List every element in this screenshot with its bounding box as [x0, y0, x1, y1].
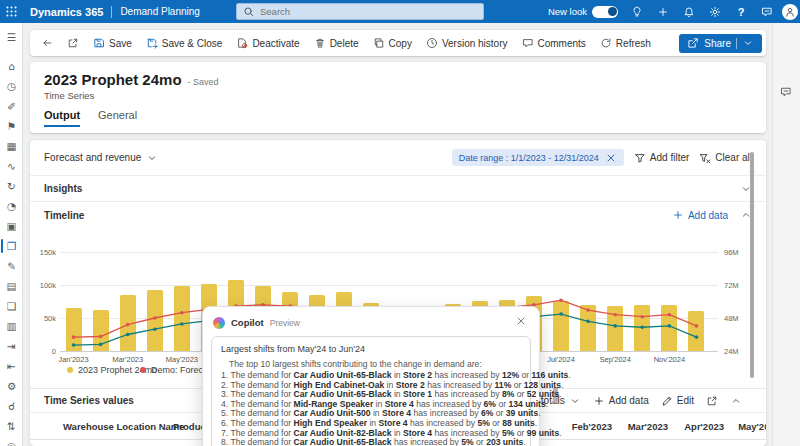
tab-output[interactable]: Output: [44, 109, 80, 127]
delete-icon: [314, 37, 326, 49]
sidebar-item-settings[interactable]: ⚙: [0, 377, 23, 395]
new-look-toggle[interactable]: [592, 6, 618, 18]
bell-icon[interactable]: [678, 0, 700, 23]
sidebar-item-pin-left[interactable]: ⇤: [0, 357, 23, 375]
sidebar-item-tables[interactable]: ▥: [0, 317, 23, 335]
share-button[interactable]: Share: [679, 34, 762, 53]
save-button[interactable]: Save: [86, 33, 139, 53]
tab-strip: OutputGeneral: [44, 109, 752, 127]
back-button[interactable]: [34, 33, 60, 53]
insights-section-header[interactable]: Insights: [30, 176, 766, 202]
sidebar-item-flags[interactable]: ⚑: [0, 117, 23, 135]
edit-button[interactable]: Edit: [661, 395, 694, 407]
comments-button[interactable]: Comments: [515, 33, 593, 53]
popout-button[interactable]: [60, 33, 86, 53]
top-app-bar: Dynamics 365 Demand Planning New look ?: [0, 0, 800, 23]
sidebar-item-demand-plans[interactable]: ❐: [0, 237, 23, 255]
sidebar-item-automations[interactable]: ↻: [0, 177, 23, 195]
x-axis-label: Nov'2024: [643, 355, 695, 364]
table-section-title: Time Series values: [44, 395, 134, 406]
copilot-intro: The top 10 largest shifts contributing t…: [221, 359, 521, 369]
refresh-button[interactable]: Refresh: [593, 33, 658, 53]
plus-icon: [672, 209, 684, 221]
sidebar-item-pin-right[interactable]: ⇥: [0, 337, 23, 355]
settings-icon[interactable]: [704, 0, 726, 23]
month-column-header[interactable]: Mar'2023: [616, 421, 668, 432]
entity-type: Time Series: [44, 90, 752, 101]
left-navigation: ☰⌂◷✐⚑▦∿↻◔▣❐✎▤❏▥⇥⇤⚙☌⇅◎: [0, 23, 23, 446]
column-header[interactable]: Warehouse Location Name: [63, 421, 185, 432]
save-close-icon: [146, 37, 158, 49]
table-add-data-button[interactable]: Add data: [593, 395, 649, 407]
add-filter-button[interactable]: Add filter: [634, 152, 689, 164]
sidebar-item-forms[interactable]: ▦: [0, 137, 23, 155]
sidebar-item-search-records[interactable]: ◎: [0, 437, 23, 446]
sidebar-item-copies[interactable]: ❏: [0, 297, 23, 315]
sidebar-item-activity[interactable]: ∿: [0, 157, 23, 175]
copilot-response-card: Largest shifts from May'24 to Jun'24 The…: [211, 336, 531, 446]
comments-icon: [522, 37, 534, 49]
copy-button[interactable]: Copy: [366, 33, 419, 53]
filter-bar: Forecast and revenue Date range : 1/1/20…: [30, 140, 766, 176]
x-axis-label: May'2023: [156, 355, 208, 364]
copilot-prompt: Largest shifts from May'24 to Jun'24: [221, 344, 521, 354]
clear-all-button[interactable]: Clear all: [699, 152, 752, 164]
account-icon[interactable]: [782, 4, 798, 20]
copilot-list-item: 8. The demand for Car Audio Unit-65-Blac…: [221, 438, 521, 446]
month-column-header[interactable]: May'2023: [728, 421, 766, 432]
filter-clear-icon: [699, 152, 711, 164]
copilot-close-button[interactable]: [513, 313, 529, 332]
timeline-add-data-button[interactable]: Add data: [672, 209, 728, 221]
timeline-section-header[interactable]: Timeline Add data: [30, 202, 766, 228]
waffle-icon[interactable]: [0, 0, 23, 23]
sidebar-item-worksheets[interactable]: ✎: [0, 257, 23, 275]
deactivate-icon: [236, 37, 248, 49]
popout-icon: [67, 37, 79, 49]
add-icon[interactable]: [652, 0, 674, 23]
sidebar-item-home[interactable]: ⌂: [0, 57, 23, 75]
sidebar-item-business[interactable]: ▣: [0, 217, 23, 235]
popout-icon[interactable]: [706, 395, 718, 407]
help-icon[interactable]: ?: [730, 0, 752, 23]
page-title: 2023 Prophet 24mo: [44, 71, 182, 88]
main-scrollbar-thumb[interactable]: [750, 152, 754, 378]
view-selector[interactable]: Forecast and revenue: [44, 152, 158, 164]
sidebar-item-reviews[interactable]: ▤: [0, 277, 23, 295]
sidebar-item-insights[interactable]: ◔: [0, 197, 23, 215]
lightbulb-icon[interactable]: [626, 0, 648, 23]
chip-close-icon[interactable]: [605, 152, 617, 164]
feedback-icon[interactable]: [756, 0, 778, 23]
copy-icon: [373, 37, 385, 49]
search-icon: [243, 6, 255, 18]
x-axis-label: Sep'2024: [589, 355, 641, 364]
deactivate-button[interactable]: Deactivate: [229, 33, 306, 53]
month-column-header[interactable]: Apr'2023: [672, 421, 724, 432]
copilot-popup: Copilot Preview Largest shifts from May'…: [202, 306, 540, 446]
search-input[interactable]: [260, 6, 477, 17]
back-icon: [41, 37, 53, 49]
x-axis-label: Mar'2023: [102, 355, 154, 364]
sidebar-item-menu[interactable]: ☰: [0, 28, 23, 46]
chevron-down-icon: [742, 37, 754, 49]
save-icon: [93, 37, 105, 49]
month-column-header[interactable]: Feb'2023: [560, 421, 612, 432]
sidebar-item-collaborate[interactable]: ☌: [0, 397, 23, 415]
feedback-icon[interactable]: [780, 86, 792, 98]
x-axis-label: Jan'2023: [48, 355, 100, 364]
delete-button[interactable]: Delete: [307, 33, 366, 53]
legend-swatch: [67, 367, 73, 373]
sidebar-item-pinned[interactable]: ✐: [0, 97, 23, 115]
save-close-button[interactable]: Save & Close: [139, 33, 230, 53]
sidebar-item-recent[interactable]: ◷: [0, 77, 23, 95]
version-history-button[interactable]: Version history: [419, 33, 515, 53]
copilot-title: Copilot: [231, 317, 264, 328]
legend-swatch: [140, 367, 146, 373]
global-search[interactable]: [236, 3, 484, 20]
sidebar-item-sort[interactable]: ⇅: [0, 417, 23, 435]
tab-general[interactable]: General: [98, 109, 137, 127]
share-icon: [687, 37, 699, 49]
date-range-chip[interactable]: Date range : 1/1/2023 - 12/31/2024: [452, 149, 624, 166]
right-rail: [772, 23, 800, 446]
chevron-down-icon: [569, 395, 581, 407]
chevron-up-icon[interactable]: [730, 395, 742, 407]
